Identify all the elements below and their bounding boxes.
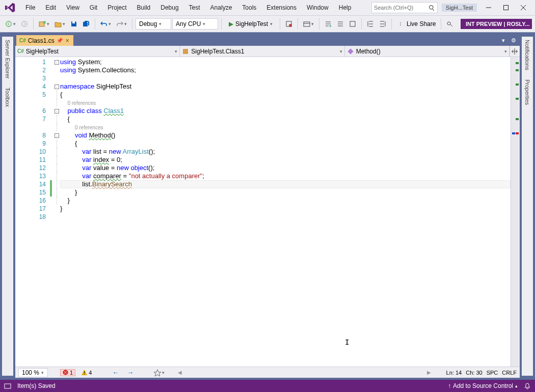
file-tab-class1[interactable]: C# Class1.cs 📌 × <box>16 35 73 46</box>
svg-rect-9 <box>350 21 355 26</box>
new-project-button[interactable]: ▾ <box>37 18 51 30</box>
toolbar-icon-4[interactable] <box>335 18 346 30</box>
properties-tab[interactable]: Properties <box>523 76 531 108</box>
undo-button[interactable]: ▾ <box>98 18 113 30</box>
hscroll-right[interactable]: ▶ <box>427 370 431 375</box>
maximize-button[interactable] <box>497 2 515 14</box>
zoom-combo[interactable]: 100 %▾ <box>18 368 48 377</box>
menu-help[interactable]: Help <box>334 2 357 13</box>
nav-class-combo[interactable]: SigHelpTest.Class1▾ <box>180 46 344 57</box>
redo-button[interactable]: ▾ <box>114 18 129 30</box>
warning-count-badge[interactable]: 4 <box>79 370 94 376</box>
start-debug-button[interactable]: ▶ SigHelpTest ▾ <box>225 19 277 29</box>
search-box[interactable]: Search (Ctrl+Q) <box>371 2 438 13</box>
health-indicator[interactable]: ▾ <box>152 367 167 378</box>
fold-toggle[interactable]: - <box>55 109 59 114</box>
svg-rect-8 <box>304 22 310 26</box>
svg-point-2 <box>22 21 28 27</box>
status-bar: Item(s) Saved ↑ Add to Source Control ▴ <box>0 380 535 392</box>
file-tab-row: C# Class1.cs 📌 × ▾ ⚙ <box>15 35 520 46</box>
toolbar-icon-1[interactable] <box>283 18 295 30</box>
navigation-bar: C# SigHelpTest▾ SigHelpTest.Class1▾ Meth… <box>15 46 520 57</box>
pin-icon[interactable]: 📌 <box>57 38 63 43</box>
nav-fwd-button[interactable] <box>19 18 30 30</box>
source-control-button[interactable]: ↑ Add to Source Control ▴ <box>448 382 518 389</box>
code-content[interactable]: using System;using System.Collections;na… <box>60 57 511 367</box>
csharp-icon: C# <box>19 38 26 43</box>
feedback-button[interactable] <box>444 18 456 30</box>
document-well: C# Class1.cs 📌 × ▾ ⚙ C# SigHelpTest▾ Sig… <box>15 35 520 378</box>
method-icon <box>347 48 354 55</box>
play-icon: ▶ <box>229 20 233 27</box>
config-combo[interactable]: Debug▾ <box>136 18 171 30</box>
menu-tools[interactable]: Tools <box>237 2 261 13</box>
menu-bar: FileEditViewGitProjectBuildDebugTestAnal… <box>20 2 356 13</box>
prev-issue-button[interactable]: ← <box>110 369 121 376</box>
toolbar-icon-5[interactable] <box>347 18 358 30</box>
overview-ruler[interactable] <box>511 57 520 367</box>
editor-status-bar: 100 %▾ 1 4 ← → ▾ ◀ ▶ Ln: 14 Ch: 30 SPC C… <box>15 367 520 378</box>
solution-name-badge[interactable]: SigH...Test <box>442 4 477 12</box>
menu-extensions[interactable]: Extensions <box>261 2 302 13</box>
menu-window[interactable]: Window <box>302 2 334 13</box>
menu-edit[interactable]: Edit <box>40 2 61 13</box>
status-icon <box>4 382 11 389</box>
live-share-button[interactable]: Live Share <box>395 18 438 30</box>
preview-badge[interactable]: INT PREVIEW | ROSLY... <box>461 19 532 29</box>
indent-indicator[interactable]: SPC <box>487 370 498 376</box>
menu-git[interactable]: Git <box>85 2 102 13</box>
csharp-icon: C# <box>17 48 24 54</box>
hscroll-left[interactable]: ◀ <box>178 370 182 375</box>
tab-overflow-button[interactable]: ▾ <box>499 37 507 45</box>
nav-back-button[interactable]: ▾ <box>3 18 18 30</box>
save-button[interactable] <box>68 18 79 30</box>
toolbar-icon-6[interactable] <box>365 18 376 30</box>
close-tab-button[interactable]: × <box>65 37 70 44</box>
share-icon <box>397 20 404 27</box>
error-count-badge[interactable]: 1 <box>60 369 75 376</box>
menu-view[interactable]: View <box>61 2 85 13</box>
fold-toggle[interactable]: - <box>55 60 59 65</box>
menu-file[interactable]: File <box>20 2 40 13</box>
title-bar: FileEditViewGitProjectBuildDebugTestAnal… <box>0 0 535 15</box>
minimize-button[interactable] <box>480 2 497 14</box>
vs-logo <box>3 1 17 15</box>
server-explorer-tab[interactable]: Server Explorer <box>4 37 12 81</box>
menu-project[interactable]: Project <box>102 2 131 13</box>
next-issue-button[interactable]: → <box>125 369 136 376</box>
bell-icon[interactable] <box>524 382 531 389</box>
toolbar-icon-3[interactable] <box>323 18 334 30</box>
eol-indicator[interactable]: CRLF <box>502 370 517 376</box>
class-icon <box>182 48 189 55</box>
menu-build[interactable]: Build <box>132 2 156 13</box>
error-icon <box>63 370 68 375</box>
toolbox-tab[interactable]: Toolbox <box>4 85 12 110</box>
tab-settings-button[interactable]: ⚙ <box>510 37 518 45</box>
platform-combo[interactable]: Any CPU▾ <box>172 18 218 30</box>
nav-member-combo[interactable]: Method()▾ <box>345 46 510 57</box>
close-button[interactable] <box>515 2 532 14</box>
toolbar-icon-2[interactable]: ▾ <box>301 18 316 30</box>
col-indicator[interactable]: Ch: 30 <box>466 370 482 376</box>
main-frame: Server Explorer Toolbox C# Class1.cs 📌 ×… <box>0 33 535 380</box>
open-file-button[interactable]: ▾ <box>52 18 67 30</box>
menu-debug[interactable]: Debug <box>155 2 183 13</box>
line-indicator[interactable]: Ln: 14 <box>446 370 462 376</box>
svg-rect-0 <box>504 6 509 10</box>
menu-test[interactable]: Test <box>184 2 205 13</box>
fold-toggle[interactable]: - <box>55 133 59 138</box>
toolbar-icon-7[interactable] <box>377 18 388 30</box>
line-number-gutter: 123456789101112131415161718 <box>29 57 50 367</box>
split-editor-button[interactable] <box>510 46 520 57</box>
fold-toggle[interactable]: - <box>55 85 59 89</box>
svg-point-7 <box>289 24 292 27</box>
save-all-button[interactable] <box>81 18 92 30</box>
main-toolbar: ▾ ▾ ▾ ▾ ▾ Debug▾ Any CPU▾ ▶ SigHelpTest … <box>0 15 535 33</box>
notifications-tab[interactable]: Notifications <box>523 37 531 73</box>
left-side-tabs: Server Explorer Toolbox <box>2 37 13 376</box>
svg-point-10 <box>447 22 450 25</box>
svg-rect-5 <box>72 21 75 23</box>
nav-project-combo[interactable]: C# SigHelpTest▾ <box>15 46 180 57</box>
menu-analyze[interactable]: Analyze <box>205 2 237 13</box>
code-editor[interactable]: 123456789101112131415161718 ---- using S… <box>15 57 520 367</box>
